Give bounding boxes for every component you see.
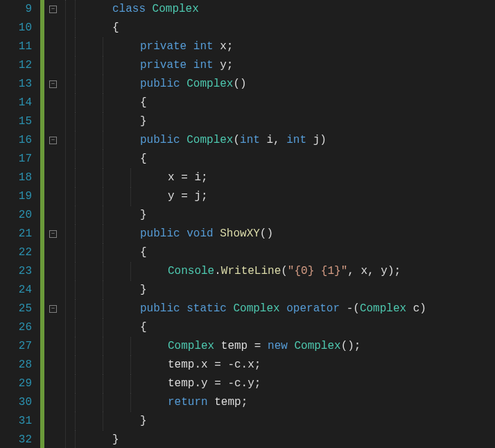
token-kw: new [268,340,294,352]
token-ident: temp; [214,396,248,408]
line-number: 17 [0,150,32,169]
indent-guide [75,37,76,56]
fold-toggle[interactable]: − [49,6,57,13]
code-line[interactable]: x = i; [72,169,495,187]
code-line[interactable]: public Complex() [72,75,495,94]
indent-guide [75,206,76,225]
fold-toggle[interactable]: − [49,80,57,88]
indent-guide [75,300,76,318]
code-line[interactable]: { [72,150,495,169]
indent-guide [103,206,103,225]
indent-guide [103,281,103,300]
code-line[interactable]: temp.y = -c.y; [72,374,495,393]
code-line[interactable]: } [72,206,495,225]
line-number: 18 [0,169,32,187]
code-text: public static Complex operator -(Complex… [72,302,426,315]
indent-guide [75,19,76,37]
fold-toggle[interactable]: − [49,137,57,144]
indent-guide [75,337,76,356]
line-number: 15 [0,112,32,131]
code-text: { [72,153,147,165]
token-method: ShowXY [220,227,260,240]
token-kw: int [286,134,313,146]
code-line[interactable]: } [72,281,495,300]
token-punct: -( [347,302,360,315]
code-line[interactable]: private int x; [72,37,495,56]
code-text: return temp; [72,396,248,408]
indent-guide [75,262,76,281]
token-kw: private [140,59,193,71]
token-punct: () [233,78,246,90]
token-kw: private [140,40,193,53]
token-kw: int [193,40,220,53]
line-number: 12 [0,56,32,75]
code-line[interactable]: } [72,412,495,431]
code-line[interactable]: { [72,19,495,37]
code-line[interactable]: Console.WriteLine("{0} {1}", x, y); [72,262,495,281]
code-text: } [72,284,147,296]
indent-guide [103,337,103,356]
token-punct: { [140,153,147,165]
code-editor[interactable]: 9101112131415161718192021222324252627282… [0,0,495,448]
token-ident: c) [413,302,426,315]
token-type: Complex [186,134,233,146]
token-punct: ( [281,265,288,277]
indent-guide [103,37,103,56]
code-line[interactable]: public Complex(int i, int j) [72,131,495,150]
line-number: 22 [0,243,32,262]
code-text: { [72,96,147,109]
token-punct: } [140,284,147,296]
code-text: public Complex() [72,78,247,90]
guide-column [62,0,72,448]
token-kw: static [186,302,233,315]
indent-guide [75,75,76,94]
code-line[interactable]: public void ShowXY() [72,225,495,243]
line-number: 21 [0,225,32,243]
line-number-gutter: 9101112131415161718192021222324252627282… [0,0,40,448]
indent-guide [75,187,76,206]
fold-toggle[interactable]: − [49,230,57,238]
code-line[interactable]: class Complex [72,0,495,19]
indent-guide [75,393,76,412]
token-ident: x = i; [168,171,208,184]
token-kw: public [140,134,186,146]
code-line[interactable]: { [72,243,495,262]
indent-guide [103,412,103,431]
token-punct: } [140,115,147,128]
indent-guide [75,150,76,169]
token-type: Complex [153,3,199,15]
token-punct: (); [341,340,361,352]
token-type: Complex [168,340,221,352]
indent-guide [103,374,103,393]
code-line[interactable]: } [72,112,495,131]
token-ident: i, [266,134,286,146]
code-line[interactable]: } [72,431,495,448]
indent-guide [103,318,103,337]
line-number: 13 [0,75,32,94]
token-punct: . [214,265,221,277]
indent-guide [130,169,131,187]
token-kw: int [193,59,220,71]
code-line[interactable]: Complex temp = new Complex(); [72,337,495,356]
code-line[interactable]: temp.x = -c.x; [72,356,495,374]
code-text: } [72,433,119,446]
line-number: 24 [0,281,32,300]
fold-toggle[interactable]: − [49,305,57,313]
code-area[interactable]: class Complex{private int x;private int … [72,0,495,448]
code-line[interactable]: y = j; [72,187,495,206]
line-number: 10 [0,19,32,37]
code-line[interactable]: { [72,318,495,337]
code-line[interactable]: public static Complex operator -(Complex… [72,300,495,318]
code-text: } [72,115,147,128]
indent-guide [103,75,103,94]
code-text: private int x; [72,40,233,53]
indent-guide [103,56,103,75]
token-kw: void [186,227,220,240]
code-line[interactable]: return temp; [72,393,495,412]
line-number: 30 [0,393,32,412]
token-ident: temp = [221,340,268,352]
token-punct: () [260,227,273,240]
code-line[interactable]: private int y; [72,56,495,75]
token-ident: temp.y = -c.y; [168,377,261,390]
code-line[interactable]: { [72,94,495,112]
